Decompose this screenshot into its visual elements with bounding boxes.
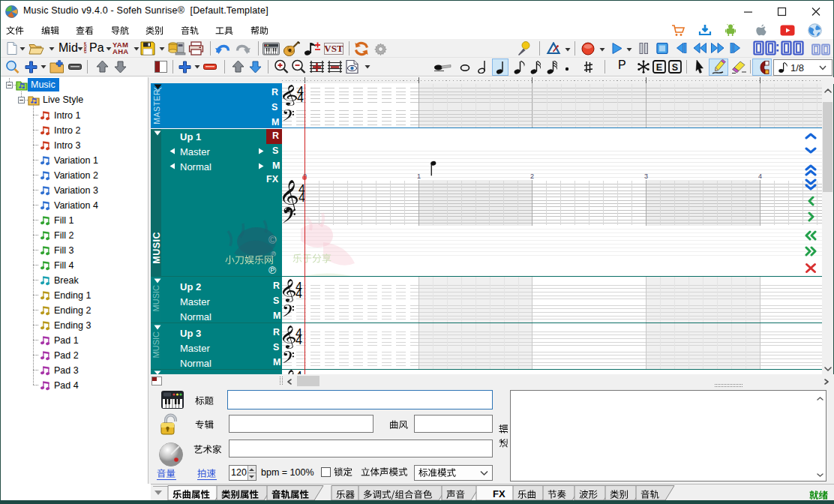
svg-text:S: S <box>672 62 678 73</box>
svg-text:VST: VST <box>324 43 344 54</box>
svg-text:E: E <box>656 62 662 73</box>
